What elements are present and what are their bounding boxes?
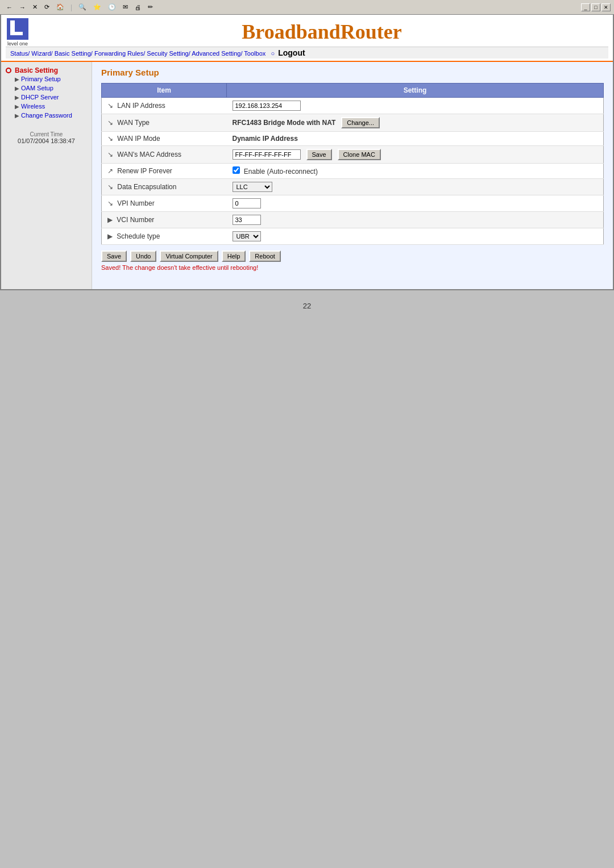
logout-link[interactable]: Logout [278,48,305,57]
wan-ip-mode-text: Dynamic IP Address [233,135,298,143]
nav-security[interactable]: Secuity Setting/ [147,50,190,57]
sidebar-item-primary[interactable]: ▶ Primary Setup [6,74,87,84]
item-label: VPI Number [117,199,154,207]
history-button[interactable]: 🕒 [105,2,119,12]
table-row: ↗ Renew IP Forever Enable (Auto-reconnec… [102,164,604,179]
change-button[interactable]: Change... [341,117,380,128]
nav-bar: Status/ Wizard/ Basic Setting/ Forwardin… [6,47,608,59]
close-button[interactable]: ✕ [601,3,611,11]
table-row: ↘ Data Encapsulation LLC VC-MUX [102,179,604,195]
arrow-icon: ▶ [15,103,19,110]
item-vci: ▶ VCI Number [102,212,227,228]
sidebar-label-dhcp: DHCP Server [21,94,59,101]
item-icon: ▶ [107,216,113,224]
save-notice: Saved! The change doesn't take effective… [101,264,604,271]
table-row: ▶ VCI Number [102,212,604,228]
arrow-icon: ▶ [15,85,19,91]
item-icon: ▶ [107,232,113,240]
schedule-select[interactable]: UBR CBR VBR [233,231,261,241]
item-renew-ip: ↗ Renew IP Forever [102,164,227,179]
settings-table: Item Setting ↘ LAN IP Address [101,83,604,245]
sidebar-item-wireless[interactable]: ▶ Wireless [6,102,87,111]
nav-advanced[interactable]: Advanced Setting/ [192,50,242,57]
print-button[interactable]: 🖨 [132,2,144,12]
sidebar: Basic Setting ▶ Primary Setup ▶ OAM Setu… [1,62,92,289]
arrow-icon: ▶ [15,94,19,101]
nav-forwarding[interactable]: Forwarding Rules/ [94,50,145,57]
nav-status[interactable]: Status/ [10,50,30,57]
main-layout: Basic Setting ▶ Primary Setup ▶ OAM Setu… [1,62,613,289]
save-mac-button[interactable]: Save [306,149,332,160]
edit-button[interactable]: ✏ [145,2,156,12]
page-number: 22 [0,290,614,322]
logo-area: level one [6,17,30,47]
favorites-button[interactable]: ⭐ [90,2,104,12]
arrow-icon: ▶ [15,112,19,119]
mac-address-input[interactable] [233,149,301,160]
item-label: Schedule type [117,232,160,240]
header-top: level one BroadbandRouter [6,17,608,47]
item-schedule: ▶ Schedule type [102,228,227,245]
stop-button[interactable]: ✕ [30,2,40,12]
sidebar-title[interactable]: Basic Setting [6,66,87,74]
maximize-button[interactable]: □ [591,3,600,11]
mail-button[interactable]: ✉ [120,2,131,12]
page-header: level one BroadbandRouter Status/ Wizard… [1,15,613,62]
table-row: ↘ WAN Type RFC1483 Bridge Mode with NAT … [102,114,604,132]
nav-wizard[interactable]: Wizard/ [31,50,52,57]
nav-basic[interactable]: Basic Setting/ [55,50,93,57]
save-button[interactable]: Save [101,251,127,262]
current-time-label: Current Time [6,131,87,137]
clone-mac-button[interactable]: Clone MAC [338,149,381,160]
logo-text: level one [7,41,28,47]
svg-rect-0 [7,18,28,40]
forward-button[interactable]: → [16,2,28,12]
item-icon: ↘ [107,151,113,158]
item-wan-ip-mode: ↘ WAN IP Mode [102,132,227,146]
page-title: Primary Setup [101,68,604,77]
sidebar-item-oam[interactable]: ▶ OAM Setup [6,84,87,93]
nav-toolbox[interactable]: Toolbox [244,50,265,57]
item-icon: ↘ [107,102,113,110]
item-icon: ↗ [107,167,113,175]
renew-ip-checkbox[interactable] [233,166,240,174]
reboot-button[interactable]: Reboot [249,251,280,262]
sidebar-item-dhcp[interactable]: ▶ DHCP Server [6,93,87,102]
search-button[interactable]: 🔍 [76,2,89,12]
setting-vci [227,212,604,228]
undo-button[interactable]: Undo [130,251,156,262]
logo-icon [6,17,30,41]
current-time-value: 01/07/2004 18:38:47 [6,137,87,144]
item-label: LAN IP Address [117,102,165,110]
minimize-button[interactable]: _ [581,3,590,11]
item-vpi: ↘ VPI Number [102,195,227,212]
item-mac-address: ↘ WAN's MAC Address [102,146,227,164]
help-button[interactable]: Help [222,251,246,262]
sidebar-item-password[interactable]: ▶ Change Password [6,111,87,120]
item-label: WAN IP Mode [117,135,160,143]
window-controls: _ □ ✕ [581,3,611,11]
table-row: ↘ VPI Number [102,195,604,212]
table-row: ↘ WAN IP Mode Dynamic IP Address [102,132,604,146]
encapsulation-select[interactable]: LLC VC-MUX [233,182,272,192]
vpi-input[interactable] [233,198,261,208]
refresh-button[interactable]: ⟳ [42,2,52,12]
table-row: ↘ LAN IP Address [102,98,604,114]
sidebar-label-oam: OAM Setup [21,85,53,91]
item-icon: ↘ [107,135,113,143]
item-label: Renew IP Forever [117,167,172,175]
sidebar-label-wireless: Wireless [21,103,45,110]
back-button[interactable]: ← [3,2,15,12]
brand-title: BroadbandRouter [35,20,608,44]
item-encapsulation: ↘ Data Encapsulation [102,179,227,195]
current-time-section: Current Time 01/07/2004 18:38:47 [6,131,87,144]
circle-icon [6,68,11,73]
renew-ip-label: Enable (Auto-reconnect) [244,168,318,176]
lan-ip-input[interactable] [233,101,301,111]
setting-vpi [227,195,604,212]
virtual-computer-button[interactable]: Virtual Computer [160,251,218,262]
vci-input[interactable] [233,215,261,225]
home-button[interactable]: 🏠 [53,2,67,12]
sidebar-section: Basic Setting ▶ Primary Setup ▶ OAM Setu… [6,66,87,120]
sidebar-section-label: Basic Setting [15,66,58,74]
